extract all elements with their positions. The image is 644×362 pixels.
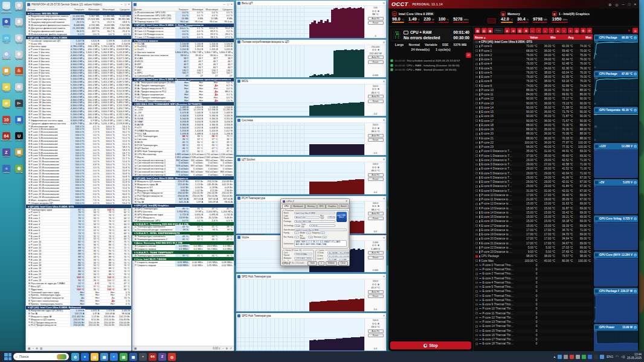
auto-fit-button[interactable]: Auto Fit bbox=[368, 17, 384, 21]
row-checkbox[interactable] bbox=[475, 185, 478, 188]
tray-chevron-icon[interactable]: ▴ bbox=[554, 355, 556, 358]
close-icon[interactable]: × bbox=[383, 236, 385, 240]
sensor-row[interactable]: E-core 18 Thermal Thr…0 bbox=[474, 341, 593, 346]
sensor-row[interactable]: P-core 1184.00 °C38.00 °C69.91 °C86.00 °… bbox=[474, 92, 593, 97]
graph-titlebar[interactable]: Система× bbox=[236, 118, 386, 123]
column-header[interactable]: Текущее bbox=[70, 8, 85, 11]
cpuz-tab-bench[interactable]: Bench bbox=[339, 204, 349, 208]
view-chart-icon[interactable]: ◉ bbox=[488, 28, 493, 33]
graph-titlebar[interactable]: MOS× bbox=[236, 79, 386, 84]
taskbar-app-store[interactable]: ▦ bbox=[100, 353, 108, 361]
row-checkbox[interactable] bbox=[475, 76, 478, 78]
row-checkbox[interactable] bbox=[475, 189, 478, 192]
desktop-icon-shortcut-gears[interactable]: ⚙AIDA64 bbox=[13, 2, 25, 17]
desktop-icon-testmem5[interactable]: ▦TM5 bbox=[13, 148, 25, 164]
column-header[interactable]: Текущее bbox=[175, 8, 190, 11]
sensor-row[interactable]: E-core 1590.00 °C36.00 °C71.79 °C90.00 °… bbox=[474, 110, 593, 114]
sensor-row[interactable]: E-core 3 Distance to T…29.00 °C27.00 °C4… bbox=[474, 162, 593, 167]
desktop-icon-shortcut-gears[interactable]: ⚙Ярлык bbox=[13, 18, 25, 34]
sensor-row[interactable]: E-core 1690.00 °C36.00 °C71.87 °C90.00 °… bbox=[474, 114, 593, 118]
desktop-icon-network[interactable]: ▭Сеть bbox=[0, 34, 13, 50]
row-checkbox[interactable] bbox=[475, 168, 478, 170]
sensor-row[interactable]: E-core 14 Thermal Thr…0 bbox=[474, 324, 593, 328]
sensor-row[interactable]: E-core 7 Thermal Thro…0 bbox=[474, 294, 593, 298]
row-checkbox[interactable] bbox=[475, 63, 478, 65]
column-header[interactable]: Минимум bbox=[85, 8, 100, 11]
reset-button[interactable]: Reset bbox=[368, 334, 384, 337]
zoom-in-icon[interactable]: + bbox=[568, 28, 573, 33]
row-checkbox[interactable] bbox=[475, 150, 478, 153]
sensor-row[interactable]: E-core 16 Distance to …15.00 °C15.00 °C3… bbox=[474, 219, 593, 223]
row-checkbox[interactable] bbox=[475, 290, 478, 293]
row-checkbox[interactable] bbox=[475, 277, 478, 279]
row-checkbox[interactable] bbox=[475, 198, 478, 201]
wifi-icon[interactable]: ◠ bbox=[616, 355, 619, 358]
sensor-row[interactable]: Температура накопителя39 °C31 °C40 °C36 … bbox=[132, 254, 234, 257]
taskbar-app-app-green[interactable]: ▣ bbox=[120, 353, 127, 361]
sensor-row[interactable]: E-core 8 Distance to T…29.00 °C29.00 °C4… bbox=[474, 184, 593, 188]
funnel-icon[interactable]: ▼ bbox=[627, 29, 631, 33]
sensor-row[interactable]: E-core 20 Distance to …17.00 °C17.00 °C3… bbox=[474, 237, 593, 241]
row-checkbox[interactable] bbox=[475, 286, 478, 288]
minus-icon[interactable]: ─ bbox=[530, 28, 535, 33]
sensor-row[interactable]: E-core 576.00 °C34.00 °C62.36 °C76.00 °C bbox=[474, 66, 593, 71]
sensor-row[interactable]: E-core 276.00 °C34.00 °C62.40 °C76.00 °C bbox=[474, 53, 593, 57]
sensor-row[interactable]: E-core 1988.00 °C36.00 °C70.30 °C88.00 °… bbox=[474, 127, 593, 132]
desktop-icon-furmark[interactable]: ♨FurMark bbox=[13, 67, 25, 83]
graphed-indicator[interactable] bbox=[475, 255, 478, 258]
taskbar-app-cpu-z[interactable]: Z bbox=[158, 353, 166, 361]
row-checkbox[interactable] bbox=[475, 164, 478, 166]
row-checkbox[interactable] bbox=[475, 133, 478, 135]
close-icon[interactable]: × bbox=[346, 200, 347, 203]
maximize-icon[interactable]: □ bbox=[628, 2, 631, 6]
close-button[interactable]: Close bbox=[338, 261, 348, 265]
gear-icon[interactable]: ⚙ bbox=[36, 347, 38, 350]
row-checkbox[interactable] bbox=[475, 159, 478, 162]
tray-icon-5[interactable] bbox=[582, 355, 586, 359]
auto-fit-button[interactable]: Auto Fit bbox=[368, 134, 384, 138]
close-icon[interactable]: × bbox=[383, 157, 385, 161]
expand-icon[interactable]: ↗ bbox=[230, 347, 232, 350]
occt-graph-tile[interactable]: GPU Power13.99 Wi20100 bbox=[594, 324, 638, 351]
desktop-icon-recycle-bin[interactable]: ♻Корзина bbox=[0, 51, 13, 66]
sensor-row[interactable]: Использование GPU0.0 %0.0 %2.4 %0.3 % bbox=[132, 219, 234, 222]
occt-graph-tile[interactable]: CPU Package98.00 °Ci100500 bbox=[594, 34, 638, 69]
sensor-row[interactable]: Период опроса ОС96.0 мс96.0 мс96.0 мс96.… bbox=[132, 21, 234, 24]
maximize-icon[interactable]: □ bbox=[124, 3, 126, 6]
sensor-row[interactable]: Кольцо: Предел температурыНетНетДа1.0 % bbox=[132, 99, 234, 102]
sensor-row[interactable]: E-core 5 Distance to T…29.00 °C29.00 °C4… bbox=[474, 171, 593, 176]
row-checkbox[interactable] bbox=[475, 212, 478, 214]
sensor-row[interactable]: E-core 4 Distance to T…29.00 °C29.00 °C4… bbox=[474, 167, 593, 171]
row-checkbox[interactable] bbox=[475, 299, 478, 302]
scale-radios[interactable] bbox=[372, 88, 379, 90]
desktop-icon-cpu-z[interactable]: ZCPU-Z bbox=[0, 148, 13, 164]
column-header[interactable]: Датчик bbox=[26, 8, 70, 11]
table-column-name[interactable]: Name ▴ bbox=[474, 36, 521, 39]
row-checkbox[interactable] bbox=[475, 203, 478, 205]
row-checkbox[interactable] bbox=[475, 268, 478, 271]
scale-radios[interactable] bbox=[372, 244, 379, 246]
sensor-row[interactable]: E-core 15 Thermal Thr…0 bbox=[474, 329, 593, 333]
close-icon[interactable]: × bbox=[634, 2, 636, 6]
row-checkbox[interactable] bbox=[475, 72, 478, 74]
sensor-row[interactable]: Общая загрузка ЦП100.0 %0.9 %100.0 %53.4… bbox=[26, 202, 131, 205]
sensor-row[interactable]: E-core 18 Distance to …17.00 °C17.00 °C3… bbox=[474, 228, 593, 232]
desktop-icon-folder[interactable]: ▰Папка bbox=[0, 83, 13, 99]
row-checkbox[interactable] bbox=[475, 49, 478, 52]
graph-titlebar[interactable]: SPD Hub Температура× bbox=[236, 274, 386, 279]
reset-button[interactable]: Reset bbox=[368, 138, 384, 142]
sensor-row[interactable]: E-core 2188.00 °C36.00 °C70.33 °C88.00 °… bbox=[474, 136, 593, 141]
row-checkbox[interactable] bbox=[475, 264, 478, 267]
graph-tile-header[interactable]: +12V12.288 Vi bbox=[594, 143, 638, 150]
sensor-row[interactable]: Core C7 Резидентность0.0 %0.0 %98.9 %27.… bbox=[132, 36, 234, 39]
row-checkbox[interactable] bbox=[475, 154, 478, 157]
sensor-row[interactable]: Температура накопителя 245 °C37 °C46 °C4… bbox=[132, 238, 234, 241]
row-checkbox[interactable] bbox=[475, 80, 478, 83]
column-header[interactable]: Среднее bbox=[116, 8, 131, 11]
row-checkbox[interactable] bbox=[475, 334, 478, 337]
row-checkbox[interactable] bbox=[475, 94, 478, 96]
target-icon[interactable]: ◎ bbox=[574, 28, 579, 33]
clear-log-button[interactable]: ⎚ bbox=[466, 52, 471, 58]
sensor-row[interactable]: E-core 6 Distance to T…29.00 °C29.00 °C4… bbox=[474, 176, 593, 180]
sensor-row[interactable]: E-core 1490.00 °C36.00 °C71.58 °C90.00 °… bbox=[474, 106, 593, 110]
